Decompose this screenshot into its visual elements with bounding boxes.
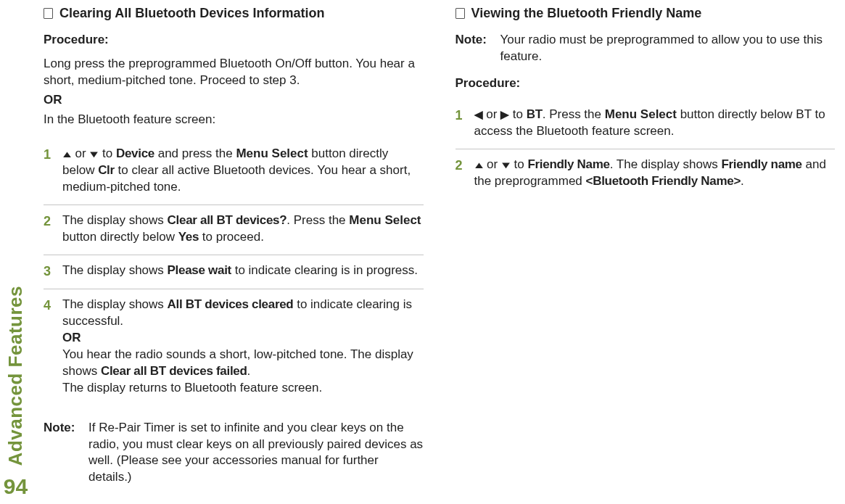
- step-body: ◀ or ▶ to BT. Press the Menu Select butt…: [474, 107, 836, 140]
- step-body: The display shows Please wait to indicat…: [62, 263, 424, 280]
- ui-message: <Bluetooth Friendly Name>: [586, 174, 741, 188]
- section-heading-viewing: Viewing the Bluetooth Friendly Name: [456, 4, 836, 22]
- note-row: Note: Your radio must be preprogrammed t…: [456, 32, 836, 65]
- section-heading-clearing: Clearing All Bluetooth Devices Informati…: [44, 4, 424, 22]
- ui-label-menu-select: Menu Select: [236, 146, 308, 160]
- step-text: button directly below: [62, 230, 178, 244]
- step-text: .: [741, 174, 744, 188]
- right-column: Viewing the Bluetooth Friendly Name Note…: [456, 4, 836, 500]
- ui-message: Friendly name: [721, 157, 801, 171]
- ui-label-menu-select: Menu Select: [349, 213, 421, 227]
- intro-text-2: In the Bluetooth feature screen:: [44, 112, 424, 128]
- step-4: 4 The display shows All BT devices clear…: [44, 289, 424, 405]
- note-label: Note:: [456, 32, 500, 65]
- step-text: . Press the: [543, 107, 605, 121]
- step-number: 2: [44, 212, 62, 246]
- intro-text-1: Long press the preprogrammed Bluetooth O…: [44, 56, 424, 89]
- step-text: to proceed.: [199, 230, 264, 244]
- ui-label-clr: Clr: [98, 163, 115, 177]
- step-3: 3 The display shows Please wait to indic…: [44, 255, 424, 289]
- down-icon: ▼: [499, 159, 512, 172]
- step-number: 2: [456, 157, 474, 190]
- step-text: The display shows: [62, 297, 168, 311]
- note-label: Note:: [44, 420, 88, 487]
- up-icon: ▲: [60, 148, 73, 161]
- step-text: to: [509, 107, 527, 121]
- or-label: OR: [62, 330, 424, 347]
- step-number: 4: [44, 297, 62, 397]
- step-text: to indicate clearing is in progress.: [231, 263, 418, 277]
- ui-message: All BT devices cleared: [168, 297, 294, 311]
- procedure-label: Procedure:: [456, 75, 836, 92]
- ui-label-yes: Yes: [178, 230, 199, 244]
- ui-message: Clear all BT devices?: [168, 213, 287, 227]
- ui-message: Please wait: [168, 263, 231, 277]
- intro-or: OR: [44, 92, 424, 109]
- step-body: ▲ or ▼ to Friendly Name. The display sho…: [474, 157, 836, 190]
- step-2: 2 The display shows Clear all BT devices…: [44, 205, 424, 255]
- step-2: 2 ▲ or ▼ to Friendly Name. The display s…: [456, 149, 836, 199]
- down-icon: ▼: [88, 148, 101, 161]
- step-text: or: [483, 157, 501, 171]
- step-text: to: [511, 157, 528, 171]
- step-text: and press the: [154, 146, 236, 160]
- right-icon: ▶: [500, 108, 509, 120]
- book-icon: [456, 8, 465, 19]
- page-content: Clearing All Bluetooth Devices Informati…: [44, 4, 835, 500]
- procedure-label: Procedure:: [44, 32, 424, 49]
- section-heading-text: Clearing All Bluetooth Devices Informati…: [59, 4, 324, 22]
- note-body: If Re-Pair Timer is set to infinite and …: [88, 420, 424, 487]
- page-number: 94: [4, 472, 28, 502]
- step-body: The display shows Clear all BT devices?.…: [62, 212, 424, 246]
- left-column: Clearing All Bluetooth Devices Informati…: [44, 4, 424, 500]
- step-text: .: [247, 364, 251, 378]
- step-number: 1: [44, 146, 62, 196]
- ui-message: Clear all BT devices failed: [101, 364, 247, 378]
- ui-label-friendly-name: Friendly Name: [527, 157, 609, 171]
- book-icon: [44, 8, 53, 19]
- up-icon: ▲: [472, 159, 485, 172]
- step-1: 1 ▲ or ▼ to Device and press the Menu Se…: [44, 139, 424, 205]
- ui-label-menu-select: Menu Select: [605, 107, 677, 121]
- step-text: . Press the: [287, 213, 349, 227]
- step-text: The display returns to Bluetooth feature…: [62, 380, 424, 397]
- ui-label-bt: BT: [527, 107, 543, 121]
- step-list-left: 1 ▲ or ▼ to Device and press the Menu Se…: [44, 139, 424, 405]
- step-number: 3: [44, 263, 62, 280]
- step-text: The display shows: [62, 213, 168, 227]
- note-body: Your radio must be preprogrammed to allo…: [500, 32, 836, 65]
- ui-label-device: Device: [116, 146, 154, 160]
- step-text: . The display shows: [610, 157, 722, 171]
- step-text: or: [483, 107, 501, 121]
- step-body: ▲ or ▼ to Device and press the Menu Sele…: [62, 146, 424, 196]
- step-text: The display shows: [62, 263, 168, 277]
- step-text: to clear all active Bluetooth devices. Y…: [62, 163, 411, 194]
- step-text: to: [99, 146, 116, 160]
- section-title-vertical: Advanced Features: [3, 286, 28, 466]
- step-list-right: 1 ◀ or ▶ to BT. Press the Menu Select bu…: [456, 99, 836, 199]
- step-body: The display shows All BT devices cleared…: [62, 297, 424, 397]
- note-row: Note: If Re-Pair Timer is set to infinit…: [44, 420, 424, 487]
- step-number: 1: [456, 107, 474, 140]
- left-icon: ◀: [474, 108, 483, 120]
- step-1: 1 ◀ or ▶ to BT. Press the Menu Select bu…: [456, 99, 836, 149]
- section-heading-text: Viewing the Bluetooth Friendly Name: [471, 4, 702, 22]
- side-label: Advanced Features 94: [3, 286, 28, 501]
